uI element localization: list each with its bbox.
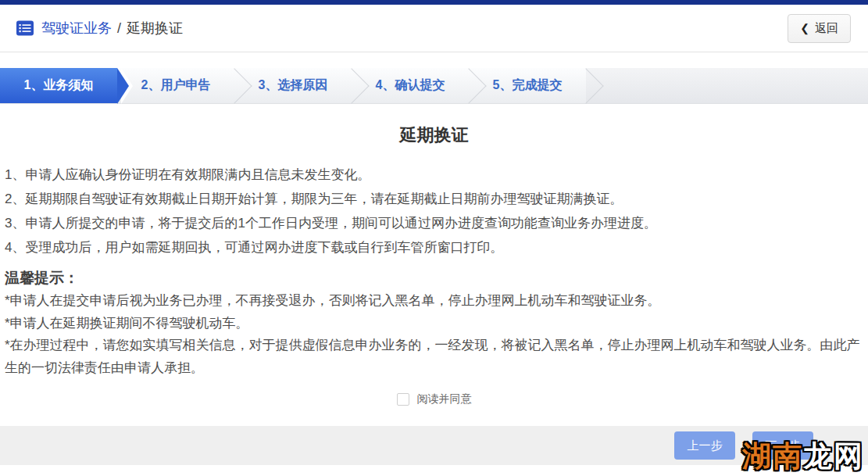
step-1-business-notice[interactable]: 1、业务须知	[0, 68, 117, 103]
header: 驾驶证业务 / 延期换证 ❮ 返回	[0, 5, 868, 52]
breadcrumb-separator: /	[117, 20, 121, 37]
chevron-left-icon: ❮	[800, 22, 809, 34]
step-label: 4、确认提交	[376, 77, 445, 94]
page-title: 延期换证	[5, 123, 863, 147]
step-label: 5、完成提交	[493, 77, 563, 94]
step-bar-filler	[586, 68, 868, 103]
notice-line-1: 1、申请人应确认身份证明在有效期限满内且信息未发生变化。	[5, 163, 863, 187]
tip-line-1: *申请人在提交申请后视为业务已办理，不再接受退办，否则将记入黑名单，停止办理网上…	[5, 290, 863, 313]
notice-line-4: 4、受理成功后，用户如需延期回执，可通过网办进度下载或自行到车管所窗口打印。	[5, 235, 863, 259]
back-button-label: 返回	[815, 21, 838, 36]
step-label: 3、选择原因	[259, 77, 328, 94]
prev-step-button[interactable]: 上一步	[674, 431, 735, 460]
tip-line-2: *申请人在延期换证期间不得驾驶机动车。	[5, 313, 863, 335]
tip-line-3: *在办理过程中，请您如实填写相关信息，对于提供虚假信息申办业务的，一经发现，将被…	[5, 335, 863, 379]
main-content: 延期换证 1、申请人应确认身份证明在有效期限满内且信息未发生变化。 2、延期期限…	[0, 123, 868, 406]
breadcrumb-page: 延期换证	[127, 19, 183, 38]
footer-bar: 上一步 下一步	[0, 426, 868, 465]
watermark-part-1: 湖南	[742, 440, 803, 472]
notice-line-2: 2、延期期限自驾驶证有效期截止日期开始计算，期限为三年，请在延期截止日期前办理驾…	[5, 187, 863, 211]
step-2-user-declaration[interactable]: 2、用户申告	[117, 68, 234, 103]
watermark: 湖南龙网	[742, 437, 864, 476]
agree-checkbox-label: 阅读并同意	[417, 392, 472, 406]
step-label: 1、业务须知	[24, 77, 94, 94]
back-button[interactable]: ❮ 返回	[788, 14, 851, 43]
breadcrumb-section[interactable]: 驾驶证业务	[41, 19, 112, 38]
step-bar: 1、业务须知 2、用户申告 3、选择原因 4、确认提交 5、完成提交	[0, 68, 868, 104]
step-label: 2、用户申告	[141, 77, 211, 94]
agree-checkbox[interactable]	[397, 393, 409, 406]
step-5-complete-submit[interactable]: 5、完成提交	[469, 68, 586, 103]
list-icon	[16, 19, 34, 38]
step-3-select-reason[interactable]: 3、选择原因	[234, 68, 352, 103]
breadcrumb: 驾驶证业务 / 延期换证	[16, 19, 183, 38]
step-4-confirm-submit[interactable]: 4、确认提交	[352, 68, 469, 103]
watermark-part-2: 龙网	[803, 440, 864, 472]
notice-line-3: 3、申请人所提交的申请，将于提交后的1个工作日内受理，期间可以通过网办进度查询功…	[5, 211, 863, 235]
tips-title: 温馨提示：	[5, 267, 863, 290]
agree-row: 阅读并同意	[5, 392, 863, 406]
